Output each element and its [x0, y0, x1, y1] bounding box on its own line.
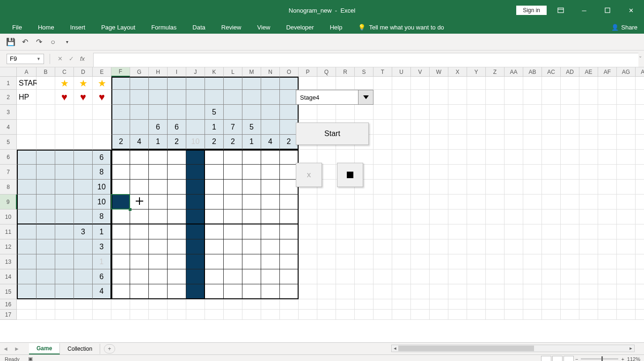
- cell-H17[interactable]: [149, 310, 168, 320]
- cell-T10[interactable]: [373, 209, 392, 224]
- cell-B12[interactable]: [37, 239, 55, 254]
- cell-C8[interactable]: [55, 180, 74, 195]
- cell-P16[interactable]: [299, 299, 317, 310]
- cell-B2[interactable]: [37, 90, 55, 105]
- cell-E15[interactable]: 4: [93, 284, 111, 299]
- cell-F1[interactable]: [111, 77, 130, 90]
- cell-Q11[interactable]: [317, 224, 336, 239]
- cell-K14[interactable]: [205, 269, 224, 284]
- cell-O17[interactable]: [280, 310, 299, 320]
- cell-V6[interactable]: [411, 150, 430, 165]
- cell-AE13[interactable]: [579, 254, 598, 269]
- cell-AA2[interactable]: [505, 90, 523, 105]
- cell-S3[interactable]: [355, 105, 373, 120]
- cell-AB16[interactable]: [523, 299, 542, 310]
- cell-I12[interactable]: [168, 239, 186, 254]
- cell-AC4[interactable]: [542, 120, 561, 135]
- cell-U7[interactable]: [392, 165, 411, 180]
- cell-E7[interactable]: 8: [93, 165, 111, 180]
- cell-T3[interactable]: [373, 105, 392, 120]
- cell-L7[interactable]: [224, 165, 242, 180]
- cell-S16[interactable]: [355, 299, 373, 310]
- cell-AG12[interactable]: [617, 239, 636, 254]
- cell-U15[interactable]: [392, 284, 411, 299]
- cell-AD5[interactable]: [561, 135, 579, 150]
- cell-D16[interactable]: [74, 299, 93, 310]
- cell-N10[interactable]: [261, 209, 280, 224]
- cell-Q17[interactable]: [317, 310, 336, 320]
- cell-M7[interactable]: [242, 165, 261, 180]
- cell-B10[interactable]: [37, 209, 55, 224]
- cell-L12[interactable]: [224, 239, 242, 254]
- col-header-P[interactable]: P: [299, 67, 317, 77]
- cell-X15[interactable]: [448, 284, 467, 299]
- cell-AG11[interactable]: [617, 224, 636, 239]
- cell-S17[interactable]: [355, 310, 373, 320]
- cell-M14[interactable]: [242, 269, 261, 284]
- cell-T6[interactable]: [373, 150, 392, 165]
- cell-B15[interactable]: [37, 284, 55, 299]
- cell-X1[interactable]: [448, 77, 467, 90]
- cell-U13[interactable]: [392, 254, 411, 269]
- cell-AE3[interactable]: [579, 105, 598, 120]
- zoom-in-button[interactable]: +: [621, 356, 624, 361]
- cell-C3[interactable]: [55, 105, 74, 120]
- cell-K15[interactable]: [205, 284, 224, 299]
- cell-AB6[interactable]: [523, 150, 542, 165]
- cell-AD6[interactable]: [561, 150, 579, 165]
- tab-help[interactable]: Help: [330, 24, 343, 31]
- cell-O13[interactable]: [280, 254, 299, 269]
- cell-AB1[interactable]: [523, 77, 542, 90]
- col-header-O[interactable]: O: [280, 67, 299, 77]
- cell-Y8[interactable]: [467, 180, 486, 195]
- cell-AG14[interactable]: [617, 269, 636, 284]
- cell-M6[interactable]: [242, 150, 261, 165]
- cell-A5[interactable]: [17, 135, 37, 150]
- cell-L10[interactable]: [224, 209, 242, 224]
- cell-AE17[interactable]: [579, 310, 598, 320]
- cell-N16[interactable]: [261, 299, 280, 310]
- cell-O1[interactable]: [280, 77, 299, 90]
- cell-W11[interactable]: [430, 224, 448, 239]
- undo-icon[interactable]: ↶: [21, 38, 29, 46]
- cell-B1[interactable]: [37, 77, 55, 90]
- cell-F9[interactable]: [111, 195, 130, 209]
- cell-AF5[interactable]: [598, 135, 617, 150]
- cell-U10[interactable]: [392, 209, 411, 224]
- cell-E8[interactable]: 10: [93, 180, 111, 195]
- cell-I1[interactable]: [168, 77, 186, 90]
- cell-U17[interactable]: [392, 310, 411, 320]
- cell-V11[interactable]: [411, 224, 430, 239]
- cell-Q12[interactable]: [317, 239, 336, 254]
- cell-V17[interactable]: [411, 310, 430, 320]
- tab-review[interactable]: Review: [221, 24, 242, 31]
- cell-X6[interactable]: [448, 150, 467, 165]
- cell-AG2[interactable]: [617, 90, 636, 105]
- cell-M10[interactable]: [242, 209, 261, 224]
- cell-M3[interactable]: [242, 105, 261, 120]
- cell-AC12[interactable]: [542, 239, 561, 254]
- tab-home[interactable]: Home: [38, 24, 54, 31]
- select-all-corner[interactable]: [0, 67, 17, 77]
- cell-AE2[interactable]: [579, 90, 598, 105]
- cell-Z2[interactable]: [486, 90, 505, 105]
- cell-D15[interactable]: [74, 284, 93, 299]
- cell-G16[interactable]: [130, 299, 149, 310]
- cell-AG9[interactable]: [617, 195, 636, 209]
- cell-D8[interactable]: [74, 180, 93, 195]
- cell-W14[interactable]: [430, 269, 448, 284]
- cell-C6[interactable]: [55, 150, 74, 165]
- column-headers[interactable]: ABCDEFGHIJKLMNOPQRSTUVWXYZAAABACADAEAFAG…: [17, 67, 644, 77]
- cell-R15[interactable]: [336, 284, 355, 299]
- cell-K8[interactable]: [205, 180, 224, 195]
- cell-V15[interactable]: [411, 284, 430, 299]
- fx-icon[interactable]: fx: [78, 55, 87, 62]
- cell-AA10[interactable]: [505, 209, 523, 224]
- cell-Q9[interactable]: [317, 195, 336, 209]
- cell-AH16[interactable]: [636, 299, 644, 310]
- cell-AC14[interactable]: [542, 269, 561, 284]
- cell-J6[interactable]: [186, 150, 205, 165]
- cell-I5[interactable]: 2: [168, 135, 186, 150]
- cell-W1[interactable]: [430, 77, 448, 90]
- cell-AH15[interactable]: [636, 284, 644, 299]
